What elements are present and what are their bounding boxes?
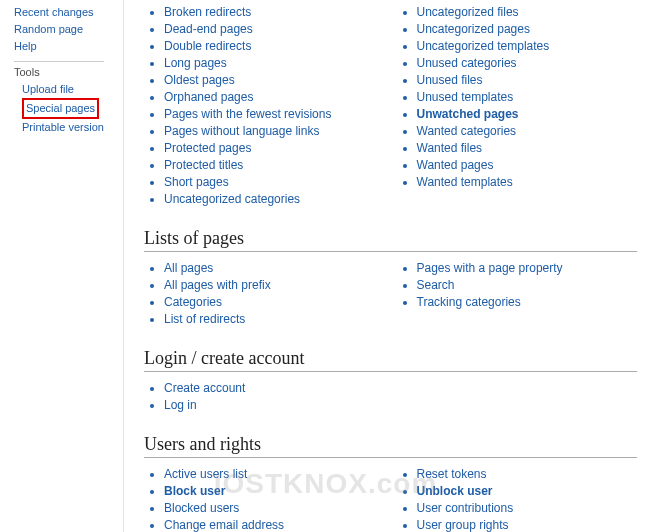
list-item[interactable]: User contributions (417, 501, 514, 515)
lists-right: Pages with a page property Search Tracki… (397, 260, 638, 311)
list-item[interactable]: Oldest pages (164, 73, 235, 87)
users-right: Reset tokens Unblock user User contribut… (397, 466, 638, 532)
list-item[interactable]: Unused files (417, 73, 483, 87)
section-title-users-rights: Users and rights (144, 434, 637, 458)
list-item-block-user[interactable]: Block user (164, 484, 225, 498)
list-item[interactable]: User group rights (417, 518, 509, 532)
list-item[interactable]: Tracking categories (417, 295, 521, 309)
list-item[interactable]: Uncategorized templates (417, 39, 550, 53)
list-item[interactable]: Pages with the fewest revisions (164, 107, 331, 121)
tool-printable-version[interactable]: Printable version (22, 119, 123, 136)
list-item[interactable]: All pages (164, 261, 213, 275)
sidebar-divider (14, 61, 104, 62)
section-title-login: Login / create account (144, 348, 637, 372)
list-item[interactable]: Uncategorized pages (417, 22, 530, 36)
top-section: Broken redirects Dead-end pages Double r… (144, 0, 637, 218)
tools-heading: Tools (14, 66, 123, 78)
list-item[interactable]: Uncategorized categories (164, 192, 300, 206)
users-left: Active users list Block user Blocked use… (144, 466, 385, 532)
section-title-lists-of-pages: Lists of pages (144, 228, 637, 252)
tool-special-pages-highlight: Special pages (22, 98, 99, 119)
list-item[interactable]: Protected pages (164, 141, 251, 155)
list-item[interactable]: Log in (164, 398, 197, 412)
nav-random-page[interactable]: Random page (14, 21, 123, 38)
list-item[interactable]: All pages with prefix (164, 278, 271, 292)
tool-special-pages[interactable]: Special pages (26, 100, 95, 117)
users-rights-section: Active users list Block user Blocked use… (144, 462, 637, 532)
list-item[interactable]: Unused templates (417, 90, 514, 104)
lists-left: All pages All pages with prefix Categori… (144, 260, 385, 328)
list-item[interactable]: Uncategorized files (417, 5, 519, 19)
list-item[interactable]: Wanted templates (417, 175, 513, 189)
top-right-list: Uncategorized files Uncategorized pages … (397, 4, 638, 191)
list-item[interactable]: Blocked users (164, 501, 239, 515)
list-item[interactable]: List of redirects (164, 312, 245, 326)
tools-links: Upload file Special pages Printable vers… (14, 81, 123, 136)
list-item-unwatched-pages[interactable]: Unwatched pages (417, 107, 519, 121)
list-item[interactable]: Categories (164, 295, 222, 309)
list-item[interactable]: Long pages (164, 56, 227, 70)
login-section: Create account Log in (144, 376, 637, 424)
list-item[interactable]: Active users list (164, 467, 247, 481)
list-item[interactable]: Pages with a page property (417, 261, 563, 275)
tool-upload-file[interactable]: Upload file (22, 81, 123, 98)
list-item[interactable]: Wanted files (417, 141, 483, 155)
list-item[interactable]: Create account (164, 381, 245, 395)
list-item-unblock-user[interactable]: Unblock user (417, 484, 493, 498)
list-item[interactable]: Search (417, 278, 455, 292)
list-item[interactable]: Unused categories (417, 56, 517, 70)
main-content: Broken redirects Dead-end pages Double r… (124, 0, 651, 532)
top-left-list: Broken redirects Dead-end pages Double r… (144, 4, 385, 208)
lists-of-pages-section: All pages All pages with prefix Categori… (144, 256, 637, 338)
list-item[interactable]: Dead-end pages (164, 22, 253, 36)
list-item[interactable]: Broken redirects (164, 5, 251, 19)
nav-recent-changes[interactable]: Recent changes (14, 4, 123, 21)
list-item[interactable]: Double redirects (164, 39, 251, 53)
list-item[interactable]: Wanted categories (417, 124, 517, 138)
list-item[interactable]: Reset tokens (417, 467, 487, 481)
list-item[interactable]: Change email address (164, 518, 284, 532)
list-item[interactable]: Pages without language links (164, 124, 319, 138)
list-item[interactable]: Short pages (164, 175, 229, 189)
sidebar: Recent changes Random page Help Tools Up… (0, 0, 124, 532)
list-item[interactable]: Wanted pages (417, 158, 494, 172)
list-item[interactable]: Orphaned pages (164, 90, 253, 104)
login-list: Create account Log in (144, 380, 385, 414)
nav-help[interactable]: Help (14, 38, 123, 55)
list-item[interactable]: Protected titles (164, 158, 243, 172)
